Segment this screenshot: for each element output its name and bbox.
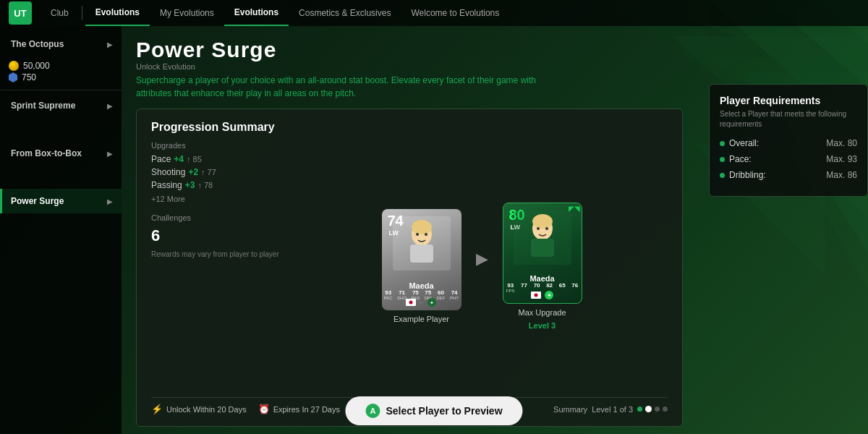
nav-welcome[interactable]: Welcome to Evolutions xyxy=(401,0,509,26)
svg-point-20 xyxy=(537,227,540,230)
nav-club[interactable]: Club xyxy=(41,0,79,26)
upgrades-label: Upgrades xyxy=(151,141,281,150)
nav-divider xyxy=(82,6,82,20)
req-pace: Pace: Max. 93 xyxy=(720,154,857,164)
svg-point-14 xyxy=(425,233,427,236)
sidebar-arrow-box: ▶ xyxy=(107,150,113,158)
nav-cosmetics[interactable]: Cosmetics & Exclusives xyxy=(289,0,401,26)
summary-dots xyxy=(637,406,668,412)
coin-icon xyxy=(9,61,19,71)
right-panel: Player Requirements Select a Player that… xyxy=(709,84,868,197)
sidebar-item-power[interactable]: Power Surge ▶ xyxy=(0,189,122,213)
expires-icon: ⏰ xyxy=(258,404,270,414)
svg-text:✦: ✦ xyxy=(546,292,551,299)
example-label: Example Player xyxy=(393,315,449,323)
sidebar: The Octopus ▶ 50,000 750 Sprint Supreme … xyxy=(0,26,122,434)
main-layout: The Octopus ▶ 50,000 750 Sprint Supreme … xyxy=(0,26,868,434)
summary-label: Summary xyxy=(553,405,587,414)
req-dot-dribbling xyxy=(720,173,725,178)
select-player-label: Select Player to Preview xyxy=(386,405,502,417)
sidebar-arrow-sprint: ▶ xyxy=(107,102,113,110)
max-sublabel: Level 3 xyxy=(529,321,556,330)
req-dot-pace xyxy=(720,157,725,162)
page-description: Supercharge a player of your choice with… xyxy=(136,74,570,100)
svg-rect-12 xyxy=(410,244,433,263)
example-player-img xyxy=(393,216,451,271)
nav-evolutions[interactable]: Evolutions xyxy=(85,0,150,26)
example-player-card: 74 LW xyxy=(382,209,461,310)
req-label-dribbling: Dribbling: xyxy=(729,170,766,180)
btn-a-icon: A xyxy=(365,404,380,418)
sidebar-arrow-octopus: ▶ xyxy=(107,41,113,48)
flag-jp-max xyxy=(531,292,541,299)
svg-point-18 xyxy=(532,214,553,229)
summary-info: Summary Level 1 of 3 xyxy=(553,405,668,414)
max-player-wrap: 80 LW ◤◥ xyxy=(503,203,582,330)
sidebar-arrow-power: ▶ xyxy=(107,197,113,205)
prog-note: Rewards may vary from player to player xyxy=(151,250,281,260)
req-overall: Overall: Max. 80 xyxy=(720,138,857,148)
example-player-wrap: 74 LW xyxy=(382,209,461,323)
unlock-icon: ⚡ xyxy=(151,404,163,414)
sidebar-item-sprint[interactable]: Sprint Supreme ▶ xyxy=(0,93,122,118)
top-nav: UT Club Evolutions My Evolutions Evoluti… xyxy=(0,0,868,26)
req-val-pace: Max. 93 xyxy=(826,154,857,164)
sidebar-item-box[interactable]: From Box-to-Box ▶ xyxy=(0,141,122,166)
req-desc: Select a Player that meets the following… xyxy=(720,109,857,129)
expires-text: Expires In 27 Days xyxy=(273,405,340,414)
select-player-button[interactable]: A Select Player to Preview xyxy=(345,396,522,425)
challenges-label: Challenges xyxy=(151,213,281,222)
req-val-overall: Max. 80 xyxy=(826,138,857,148)
upgrades-more: +12 More xyxy=(151,195,281,203)
svg-text:✦: ✦ xyxy=(430,300,434,305)
expires-info: ⏰ Expires In 27 Days xyxy=(258,404,340,414)
bottom-bar: A Select Player to Preview xyxy=(345,396,522,425)
prog-body: Upgrades Pace +4 ↑ 85 Shooting +2 ↑ 77 P… xyxy=(151,141,668,391)
cards-area: 74 LW xyxy=(296,141,668,391)
unlock-info: ⚡ Unlock Within 20 Days xyxy=(151,404,247,414)
sidebar-item-octopus[interactable]: The Octopus ▶ xyxy=(0,32,122,56)
upgrade-shooting: Shooting +2 ↑ 77 xyxy=(151,167,281,177)
req-label-pace: Pace: xyxy=(729,154,752,164)
page-title: Power Surge xyxy=(136,39,683,61)
example-flags: ← ✦ xyxy=(382,297,461,307)
arrow-right: ▶ xyxy=(476,250,488,268)
summary-level: Level 1 of 3 xyxy=(592,405,633,414)
req-title: Player Requirements xyxy=(720,95,857,106)
dot-current xyxy=(645,406,652,412)
max-label: Max Upgrade xyxy=(518,308,566,317)
upgrade-passing: Passing +3 ↑ 78 xyxy=(151,180,281,190)
prog-left: Upgrades Pace +4 ↑ 85 Shooting +2 ↑ 77 P… xyxy=(151,141,281,391)
currency-shield: 750 xyxy=(9,72,113,82)
sidebar-currency: 50,000 750 xyxy=(0,58,122,90)
prog-title: Progression Summary xyxy=(151,121,668,134)
currency-coins: 50,000 xyxy=(9,61,113,71)
svg-rect-19 xyxy=(531,239,554,257)
max-player-card: 80 LW ◤◥ xyxy=(503,203,582,304)
req-dribbling: Dribbling: Max. 86 xyxy=(720,170,857,180)
flag-jp-example xyxy=(406,299,416,306)
req-dot-overall xyxy=(720,141,725,146)
unlock-text: Unlock Within 20 Days xyxy=(166,405,247,414)
svg-point-11 xyxy=(412,220,432,234)
challenges-value: 6 xyxy=(151,226,281,245)
dot-3 xyxy=(655,407,660,412)
content-area: Power Surge Unlock Evolution Supercharge… xyxy=(122,26,697,434)
svg-point-21 xyxy=(545,227,548,230)
svg-point-13 xyxy=(416,233,419,236)
dot-4 xyxy=(663,407,668,412)
upgrade-pace: Pace +4 ↑ 85 xyxy=(151,154,281,164)
dot-1 xyxy=(637,407,642,412)
max-player-img xyxy=(514,210,571,265)
nav-evolutions-tab[interactable]: Evolutions xyxy=(224,0,289,26)
max-flags: ✦ xyxy=(503,290,582,300)
nav-my-evolutions[interactable]: My Evolutions xyxy=(150,0,224,26)
shield-icon xyxy=(9,72,17,82)
nav-logo: UT xyxy=(9,1,32,25)
progression-card: Progression Summary Upgrades Pace +4 ↑ 8… xyxy=(136,109,683,427)
req-label-overall: Overall: xyxy=(729,138,759,148)
req-val-dribbling: Max. 86 xyxy=(826,170,857,180)
page-subtitle: Unlock Evolution xyxy=(136,62,683,71)
